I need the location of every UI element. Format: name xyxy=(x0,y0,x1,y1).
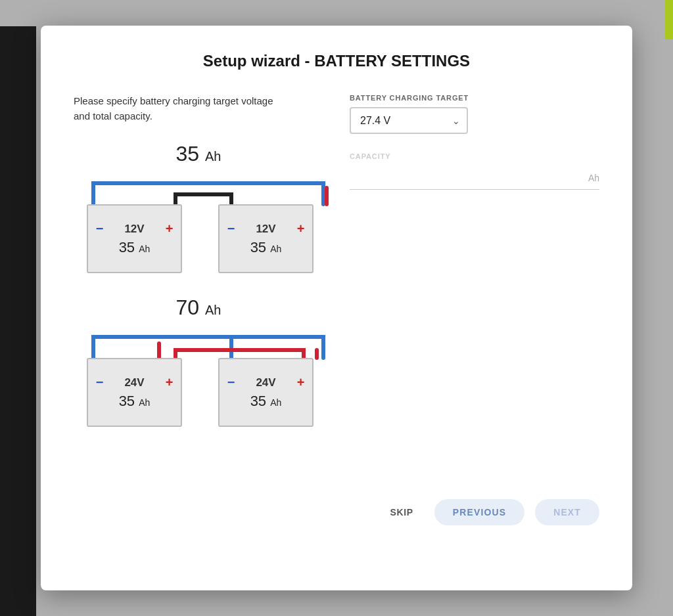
setup-wizard-modal: Setup wizard - BATTERY SETTINGS Please s… xyxy=(41,26,632,590)
capacity-label: CAPACITY xyxy=(350,152,599,160)
charging-target-select-wrapper: 27.4 V 28.8 V 29.2 V 14.4 V ⌄ xyxy=(350,107,468,134)
capacity-input-wrapper: Ah xyxy=(350,165,599,190)
series-diagram: − 12V + 35 Ah − 12V xyxy=(74,171,330,280)
parallel-battery-2: − 24V + 35 Ah xyxy=(218,358,313,427)
left-sidebar xyxy=(0,26,36,616)
series-total-label: 35 Ah xyxy=(74,142,323,166)
charging-target-select[interactable]: 27.4 V 28.8 V 29.2 V 14.4 V xyxy=(350,107,468,134)
skip-button[interactable]: SKIP xyxy=(379,500,423,524)
capacity-input[interactable] xyxy=(350,165,599,190)
left-content: Please specify battery charging target v… xyxy=(74,94,323,447)
series-battery-2: − 12V + 35 Ah xyxy=(218,204,313,273)
series-battery-group: 35 Ah − xyxy=(74,142,323,280)
parallel-battery-group: 70 Ah xyxy=(74,296,323,433)
charging-target-label: BATTERY CHARGING TARGET xyxy=(350,94,599,102)
parallel-diagram: − 24V + 35 Ah − 24V xyxy=(74,325,330,433)
parallel-battery-1: − 24V + 35 Ah xyxy=(87,358,182,427)
next-button[interactable]: NEXT xyxy=(535,499,599,525)
modal-title: Setup wizard - BATTERY SETTINGS xyxy=(74,52,599,70)
previous-button[interactable]: PREVIOUS xyxy=(434,499,524,525)
capacity-unit: Ah xyxy=(588,173,599,183)
series-battery-1: − 12V + 35 Ah xyxy=(87,204,182,273)
parallel-total-label: 70 Ah xyxy=(74,296,323,320)
accent-bar xyxy=(665,0,673,39)
right-content: BATTERY CHARGING TARGET 27.4 V 28.8 V 29… xyxy=(350,94,599,447)
charging-target-field: BATTERY CHARGING TARGET 27.4 V 28.8 V 29… xyxy=(350,94,599,134)
description: Please specify battery charging target v… xyxy=(74,94,323,123)
capacity-field: CAPACITY Ah xyxy=(350,152,599,190)
modal-footer: SKIP PREVIOUS NEXT xyxy=(74,486,599,525)
